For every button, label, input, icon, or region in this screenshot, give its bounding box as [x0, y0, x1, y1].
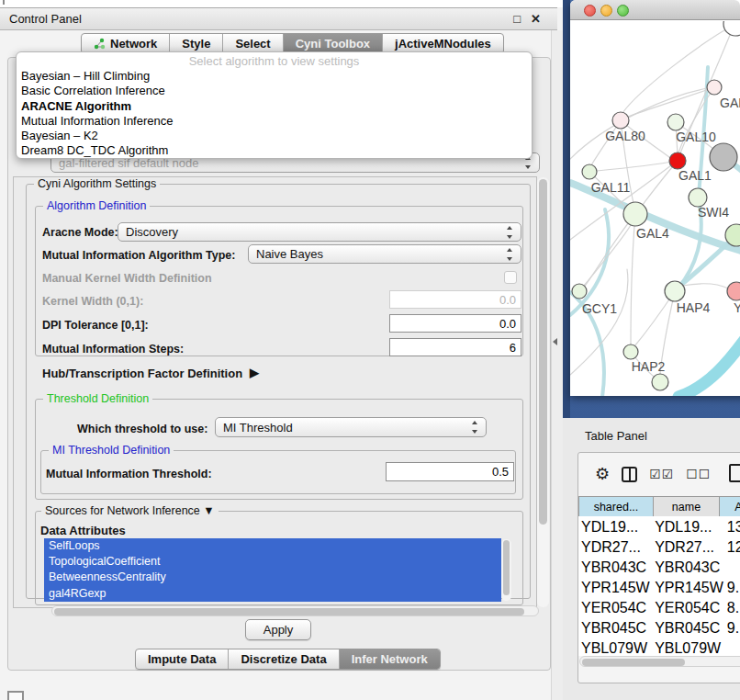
table-cell: YPR145W: [580, 579, 652, 597]
network-canvas[interactable]: GALGAL80GAL10GAL1GAL11SWI4GAL4GCY1HAP4YH…: [570, 21, 740, 396]
node-gal4[interactable]: [623, 202, 647, 226]
splitter-handle-icon[interactable]: [553, 338, 557, 345]
table-row[interactable]: YDR27...YDR27...12: [580, 538, 740, 557]
dropdown-item-bayesian-hill-climbing[interactable]: Bayesian – Hill Climbing: [17, 69, 532, 84]
select-all-checkboxes-icon[interactable]: ☑☑: [649, 467, 674, 481]
table-horizontal-scrollbar[interactable]: [579, 656, 740, 667]
panel-splitter[interactable]: [551, 30, 563, 700]
document-icon[interactable]: [729, 464, 740, 482]
close-panel-icon[interactable]: ✕: [531, 12, 541, 26]
table-hscroll-thumb[interactable]: [582, 659, 685, 666]
mi-threshold-group-title: MI Threshold Definition: [49, 444, 174, 457]
float-window-icon[interactable]: □: [513, 12, 521, 26]
tab-style[interactable]: Style: [170, 34, 223, 53]
hub-expand-arrow-icon[interactable]: ▶: [250, 366, 259, 379]
deselect-all-checkboxes-icon[interactable]: ☐☐: [686, 467, 711, 481]
dropdown-item-bayesian-k2[interactable]: Bayesian – K2: [17, 129, 532, 143]
manual-kernel-label: Manual Kernel Width Definition: [42, 272, 212, 285]
table-row[interactable]: YPR145WYPR145W9.: [580, 579, 740, 597]
node-hap2-label: HAP2: [632, 359, 666, 374]
manual-kernel-checkbox[interactable]: [504, 271, 517, 284]
table-row[interactable]: YER054CYER054C8.: [580, 599, 740, 617]
tab-select[interactable]: Select: [223, 34, 283, 53]
dropdown-placeholder: Select algorithm to view settings: [17, 54, 532, 69]
node-gal11[interactable]: [582, 164, 597, 179]
table-row[interactable]: YBL079WYBL079W: [580, 639, 740, 656]
network-window[interactable]: GALGAL80GAL10GAL1GAL11SWI4GAL4GCY1HAP4YH…: [570, 0, 740, 396]
node-gcy1[interactable]: [572, 284, 587, 299]
table-cell: YBL079W: [580, 639, 652, 656]
node-hap4[interactable]: [665, 281, 685, 301]
apply-button[interactable]: Apply: [245, 619, 311, 640]
mi-steps-field[interactable]: 6: [389, 338, 521, 356]
dropdown-item-basic-correlation-inference[interactable]: Basic Correlation Inference: [17, 84, 532, 98]
attributes-scrollbar-thumb[interactable]: [503, 540, 510, 595]
sources-collapse-arrow-icon[interactable]: ▼: [203, 504, 214, 517]
which-threshold-combo[interactable]: MI Threshold: [215, 417, 487, 437]
kernel-width-label: Kernel Width (0,1):: [42, 295, 143, 308]
settings-horizontal-scrollbar[interactable]: [51, 605, 539, 616]
table-cell: 12: [726, 538, 740, 557]
table-row[interactable]: YDL19...YDL19...13: [580, 518, 740, 536]
top-strip: [0, 0, 563, 7]
column-header-name[interactable]: name: [654, 497, 720, 517]
node-top[interactable]: [723, 21, 740, 36]
mi-algorithm-type-label: Mutual Information Algorithm Type:: [42, 249, 235, 262]
node-gal1[interactable]: [669, 152, 686, 169]
table-body: YDL19...YDL19...13YDR27...YDR27...12YBR0…: [578, 516, 740, 656]
mac-minimize-button[interactable]: [600, 5, 612, 17]
columns-icon[interactable]: [622, 467, 637, 482]
table-cell: 8.: [726, 599, 740, 617]
mi-algorithm-type-combo[interactable]: Naive Bayes: [248, 244, 521, 264]
attributes-scrollbar[interactable]: [501, 539, 511, 601]
mac-close-button[interactable]: [584, 5, 596, 17]
table-cell: YBR045C: [580, 619, 652, 638]
tab-network[interactable]: Network: [82, 34, 170, 53]
table-cell: YBL079W: [654, 639, 724, 656]
tab-infer-network[interactable]: Infer Network: [340, 649, 440, 669]
aracne-mode-combo[interactable]: Discovery: [118, 222, 521, 242]
attribute-item-gal4rgexp[interactable]: gal4RGexp: [44, 586, 501, 602]
aracne-mode-value: Discovery: [126, 225, 178, 239]
attribute-item-topologicalcoefficient[interactable]: TopologicalCoefficient: [44, 554, 501, 570]
dropdown-item-aracne-algorithm[interactable]: ARACNE Algorithm: [17, 99, 532, 114]
table-toolbar: ⚙ ☑☑ ☐☐: [578, 453, 740, 495]
attribute-item-selfloops[interactable]: SelfLoops: [44, 538, 501, 554]
node-gray[interactable]: [710, 143, 737, 171]
dpi-tolerance-field[interactable]: 0.0: [389, 314, 521, 333]
table-cell: YPR145W: [654, 579, 724, 597]
table-cell: 9.: [726, 579, 740, 597]
docked-panel-icon[interactable]: [7, 691, 24, 700]
tab-cyni-toolbox[interactable]: Cyni Toolbox: [284, 34, 383, 53]
hub-section-label[interactable]: Hub/Transcription Factor Definition: [42, 367, 242, 380]
node-swi4[interactable]: [689, 188, 707, 207]
node-pink-right[interactable]: [727, 282, 740, 300]
node-hap2[interactable]: [623, 344, 638, 359]
tab-jactivemnodules[interactable]: jActiveMNodules: [383, 34, 503, 53]
settings-vscroll-thumb[interactable]: [539, 179, 547, 525]
tab-discretize-data[interactable]: Discretize Data: [229, 649, 339, 669]
node-gal7[interactable]: [707, 80, 722, 95]
mac-zoom-button[interactable]: [617, 5, 629, 17]
network-icon: [94, 38, 106, 50]
table-row[interactable]: YBR045CYBR045C9.: [580, 619, 740, 638]
table-row[interactable]: YBR043CYBR043C: [580, 559, 740, 577]
settings-hscroll-thumb[interactable]: [54, 608, 524, 615]
kernel-width-field[interactable]: 0.0: [389, 290, 521, 309]
settings-vertical-scrollbar[interactable]: [537, 177, 549, 607]
gear-icon[interactable]: ⚙: [595, 466, 610, 482]
top-tick-artifact: [3, 0, 5, 5]
node-gal10[interactable]: [667, 114, 684, 130]
dropdown-item-mutual-information-inference[interactable]: Mutual Information Inference: [17, 114, 532, 129]
node-gal80[interactable]: [612, 112, 629, 129]
dropdown-item-dream8-dc-tdc-algorithm[interactable]: Dream8 DC_TDC Algorithm: [17, 143, 532, 158]
mi-threshold-field[interactable]: 0.5: [386, 462, 514, 481]
column-header-shared[interactable]: shared...: [579, 497, 654, 517]
table-cell: YBR045C: [654, 619, 724, 638]
network-window-titlebar[interactable]: [570, 0, 740, 20]
column-header-a[interactable]: A: [720, 497, 740, 517]
attribute-item-betweennesscentrality[interactable]: BetweennessCentrality: [44, 570, 501, 585]
node-bottom-green[interactable]: [652, 374, 668, 390]
tab-impute-data[interactable]: Impute Data: [136, 649, 229, 669]
node-gal11-label: GAL11: [591, 180, 631, 195]
